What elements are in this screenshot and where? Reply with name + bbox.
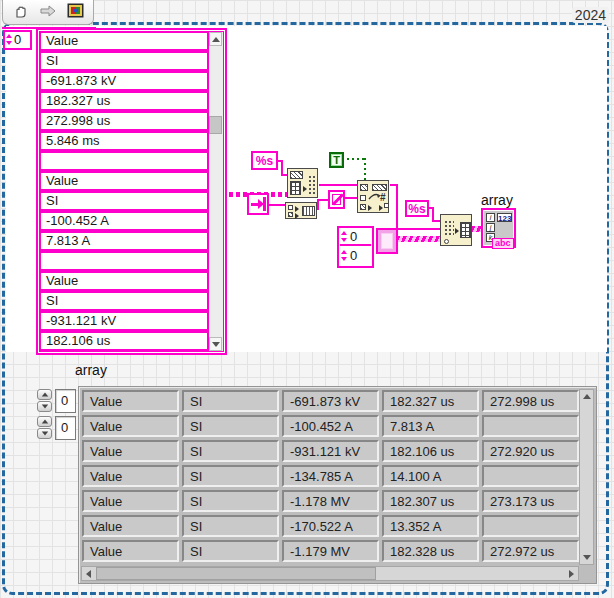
scroll-left-button[interactable] [82,567,95,580]
table-cell[interactable]: -931.121 kV [282,440,379,462]
format-string-constant[interactable]: %s [251,151,278,170]
table-cell[interactable] [482,415,579,437]
table-cell[interactable]: 182.328 us [382,540,479,562]
table-cell[interactable] [482,465,579,487]
array-element[interactable]: -691.873 kV [41,73,207,89]
table-cell[interactable]: 13.352 A [382,515,479,537]
delete-from-array-node[interactable]: # [357,180,389,213]
array-element[interactable]: Value [41,273,207,289]
table-cell[interactable]: -170.522 A [282,515,379,537]
string-array-constant[interactable]: Value SI -691.873 kV 182.327 us 272.998 … [36,28,227,355]
index-increment-icon[interactable] [341,231,347,235]
array-element[interactable]: 7.813 A [41,233,207,249]
transpose-2d-array-node[interactable] [328,190,345,209]
array-indicator-terminal[interactable]: i j k 123 abc [481,208,516,248]
table-cell[interactable]: 272.972 us [482,540,579,562]
table-cell[interactable]: SI [182,415,279,437]
spreadsheet-string-to-array-node[interactable] [287,168,318,198]
scrollbar-thumb[interactable] [96,567,376,580]
array-to-spreadsheet-string-node[interactable] [440,214,472,246]
vi-snippet-button[interactable] [63,3,87,22]
array-element[interactable]: 5.846 ms [41,133,207,149]
array-element[interactable] [41,153,207,169]
index-value[interactable]: 0 [14,32,21,47]
table-cell[interactable]: Value [82,390,179,412]
array-index-display[interactable]: 0 [3,30,32,50]
format-string-constant[interactable]: %s [405,200,429,217]
array-element[interactable]: 182.106 us [41,333,207,349]
scroll-down-button[interactable] [209,337,222,351]
scroll-right-button[interactable] [565,567,578,580]
table-cell[interactable]: Value [82,415,179,437]
col-index-value[interactable]: 0 [350,248,357,263]
table-cell[interactable]: -691.873 kV [282,390,379,412]
array-element[interactable] [41,253,207,269]
table-cell[interactable]: SI [182,390,279,412]
col-index-field[interactable]: 0 [55,416,76,440]
array-element[interactable]: Value [41,33,207,49]
scroll-down-button[interactable] [580,551,593,564]
delimiter-wire [268,204,286,206]
row-index-field[interactable]: 0 [55,389,76,413]
scrollbar-thumb[interactable] [209,116,222,134]
col-index-spinner[interactable] [37,416,54,440]
table-cell[interactable]: SI [182,465,279,487]
array-element[interactable]: -100.452 A [41,213,207,229]
table-cell[interactable]: -1.179 MV [282,540,379,562]
empty-string-element[interactable] [376,228,398,254]
table-cell[interactable]: -1.178 MV [282,490,379,512]
array-element[interactable]: 272.998 us [41,113,207,129]
row-index-spinner[interactable] [37,389,54,413]
end-of-line-constant[interactable] [247,193,269,215]
spin-down-button[interactable] [37,428,52,439]
table-cell[interactable]: 273.173 us [482,490,579,512]
table-cell[interactable]: 272.920 us [482,440,579,462]
array-element[interactable]: Value [41,173,207,189]
table-cell[interactable]: SI [182,540,279,562]
table-cell[interactable]: SI [182,440,279,462]
spin-up-button[interactable] [37,389,52,400]
array-element[interactable]: SI [41,53,207,69]
array-convert-node[interactable] [285,202,317,219]
table-cell[interactable] [482,515,579,537]
hash-glyph: # [380,192,386,203]
spin-up-button[interactable] [37,416,52,427]
forward-arrow-button[interactable] [36,3,60,22]
index-increment-icon[interactable] [6,34,12,38]
index-decrement-icon[interactable] [341,257,347,261]
array-element[interactable]: 182.327 us [41,93,207,109]
true-constant[interactable]: T [329,152,344,168]
spin-down-button[interactable] [37,401,52,412]
table-vertical-scrollbar[interactable] [579,389,594,565]
index-decrement-icon[interactable] [341,238,347,242]
listbox-vertical-scrollbar[interactable] [208,32,223,351]
table-cell[interactable]: Value [82,540,179,562]
array-element[interactable]: -931.121 kV [41,313,207,329]
table-cell[interactable]: 182.327 us [382,390,479,412]
index-decrement-icon[interactable] [6,41,12,45]
array-element[interactable]: SI [41,193,207,209]
index-increment-icon[interactable] [341,250,347,254]
table-cell[interactable]: 14.100 A [382,465,479,487]
table-cell[interactable]: 182.307 us [382,490,479,512]
table-cell[interactable]: Value [82,440,179,462]
row-index-value[interactable]: 0 [350,229,357,244]
scroll-up-button[interactable] [209,32,222,46]
table-cell[interactable]: 272.998 us [482,390,579,412]
table-cell[interactable]: SI [182,490,279,512]
scroll-left-icon [86,570,91,578]
table-cell[interactable]: Value [82,465,179,487]
table-cell[interactable]: 182.106 us [382,440,479,462]
table-cell[interactable]: Value [82,490,179,512]
hand-tool-button[interactable] [9,3,33,22]
mini-arrow-icon [295,213,299,219]
empty-string-array-constant[interactable]: 0 0 [337,226,374,268]
table-cell[interactable]: SI [182,515,279,537]
table-cell[interactable]: 7.813 A [382,415,479,437]
array-element[interactable]: SI [41,293,207,309]
table-cell[interactable]: -134.785 A [282,465,379,487]
table-cell[interactable]: Value [82,515,179,537]
table-horizontal-scrollbar[interactable] [81,566,579,581]
scroll-up-button[interactable] [580,390,593,403]
table-cell[interactable]: -100.452 A [282,415,379,437]
